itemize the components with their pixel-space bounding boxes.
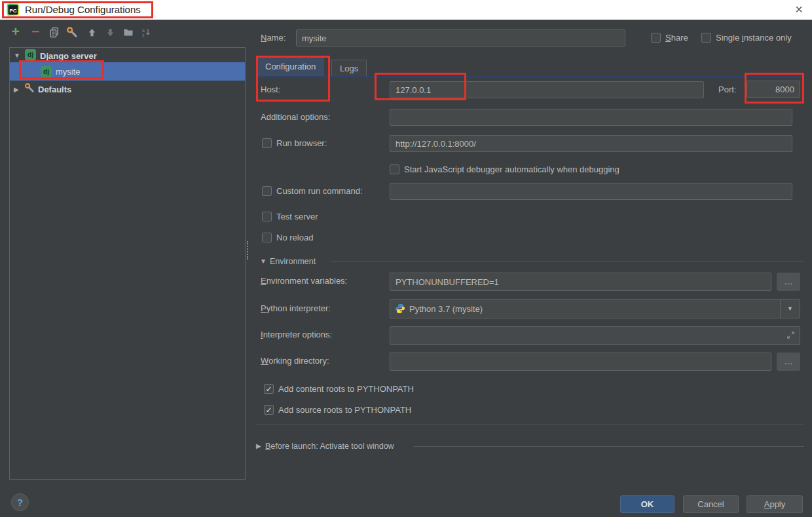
- help-button[interactable]: ?: [11, 493, 29, 511]
- js-debugger-label: Start JavaScript debugger automatically …: [404, 161, 619, 178]
- panel-splitter-handle[interactable]: [247, 241, 248, 259]
- remove-configuration-button[interactable]: −: [29, 25, 42, 38]
- run-debug-configurations-dialog: PC Run/Debug Configurations × + − az ▼ d…: [0, 0, 812, 517]
- interpreter-options-input[interactable]: [390, 326, 800, 345]
- close-icon[interactable]: ×: [790, 0, 808, 18]
- additional-options-input[interactable]: [390, 109, 792, 126]
- host-label: Host:: [261, 81, 280, 98]
- add-content-roots-label: Add content roots to PYTHONPATH: [278, 381, 414, 398]
- ok-button[interactable]: OK: [620, 495, 674, 513]
- name-input[interactable]: [296, 29, 625, 47]
- working-directory-input[interactable]: [390, 353, 771, 371]
- chevron-right-icon[interactable]: ▶: [14, 86, 19, 94]
- add-source-roots-label: Add source roots to PYTHONPATH: [278, 402, 411, 419]
- sort-az-icon: az: [141, 27, 151, 37]
- test-server-checkbox[interactable]: [262, 212, 272, 221]
- run-browser-url-input[interactable]: [390, 135, 792, 152]
- edit-defaults-button[interactable]: [65, 26, 79, 39]
- port-input[interactable]: [747, 81, 800, 98]
- wrench-icon: [66, 26, 78, 38]
- python-interpreter-value: Python 3.7 (mysite): [409, 304, 483, 314]
- run-browser-checkbox[interactable]: [262, 138, 272, 148]
- plus-icon: +: [12, 26, 20, 37]
- environment-variables-browse-button[interactable]: …: [777, 273, 800, 291]
- tab-underline: [255, 76, 804, 77]
- copy-configuration-button[interactable]: [48, 26, 61, 39]
- apply-button[interactable]: Apply: [747, 495, 803, 513]
- cancel-button[interactable]: Cancel: [683, 495, 739, 513]
- chevron-right-icon[interactable]: ▶: [256, 442, 261, 450]
- custom-run-input[interactable]: [390, 183, 792, 200]
- arrow-up-icon: [87, 28, 97, 37]
- django-icon: dj: [25, 49, 36, 60]
- tab-configuration[interactable]: Configuration: [257, 57, 324, 77]
- window-titlebar: PC Run/Debug Configurations ×: [0, 0, 812, 20]
- working-directory-label: Working directory:: [261, 353, 329, 370]
- section-divider: [331, 261, 804, 261]
- js-debugger-checkbox[interactable]: [390, 164, 399, 174]
- copy-icon: [49, 27, 60, 38]
- help-icon: ?: [17, 497, 23, 508]
- tree-item-mysite[interactable]: mysite: [56, 66, 81, 79]
- check-icon: ✓: [265, 385, 272, 393]
- add-source-roots-checkbox[interactable]: ✓: [264, 405, 274, 415]
- check-icon: ✓: [265, 406, 272, 414]
- move-up-button[interactable]: [85, 26, 98, 39]
- environment-variables-input[interactable]: [390, 273, 771, 291]
- pycharm-logo-icon: PC: [7, 3, 20, 16]
- share-checkbox[interactable]: [651, 33, 661, 43]
- interpreter-options-label: Interpreter options:: [261, 326, 332, 343]
- window-title: Run/Debug Configurations: [25, 0, 141, 20]
- django-icon: dj: [41, 66, 52, 77]
- environment-section-header[interactable]: Environment: [270, 256, 316, 267]
- tree-item-django-server[interactable]: Django server: [40, 50, 97, 63]
- sort-configurations-button[interactable]: az: [139, 26, 153, 39]
- content-divider: [255, 424, 804, 425]
- svg-text:z: z: [142, 33, 145, 37]
- tab-logs[interactable]: Logs: [331, 60, 367, 77]
- name-label: Name:: [261, 29, 286, 47]
- chevron-down-icon[interactable]: ▼: [260, 258, 267, 265]
- before-launch-header[interactable]: Before launch: Activate tool window: [265, 441, 394, 451]
- python-interpreter-label: Python interpreter:: [261, 300, 331, 317]
- single-instance-label: Single instance only: [716, 29, 792, 47]
- svg-text:a: a: [142, 28, 145, 33]
- arrow-down-icon: [105, 28, 115, 37]
- configurations-tree: [9, 47, 246, 480]
- working-directory-browse-button[interactable]: …: [777, 353, 800, 371]
- host-input[interactable]: [390, 81, 704, 98]
- section-divider: [414, 446, 804, 447]
- add-content-roots-checkbox[interactable]: ✓: [264, 384, 274, 394]
- test-server-label: Test server: [276, 208, 318, 225]
- chevron-down-icon[interactable]: ▼: [780, 299, 800, 318]
- run-browser-label: Run browser:: [276, 135, 327, 152]
- environment-variables-label: Environment variables:: [261, 273, 347, 290]
- wrench-icon: [24, 82, 35, 93]
- expand-field-icon[interactable]: [786, 330, 796, 342]
- minus-icon: −: [31, 26, 39, 37]
- port-label: Port:: [718, 81, 736, 98]
- no-reload-label: No reload: [276, 229, 313, 246]
- folder-icon: [123, 27, 134, 37]
- svg-text:PC: PC: [9, 8, 16, 14]
- python-interpreter-select[interactable]: Python 3.7 (mysite) ▼: [390, 299, 800, 318]
- chevron-down-icon[interactable]: ▼: [14, 52, 20, 60]
- create-folder-button[interactable]: [122, 26, 135, 39]
- add-configuration-button[interactable]: +: [9, 25, 22, 38]
- additional-options-label: Additional options:: [261, 109, 330, 126]
- custom-run-checkbox[interactable]: [262, 186, 272, 196]
- no-reload-checkbox[interactable]: [262, 233, 272, 242]
- move-down-button[interactable]: [103, 26, 117, 39]
- single-instance-checkbox[interactable]: [701, 33, 711, 43]
- share-label: Share: [665, 29, 688, 47]
- custom-run-label: Custom run command:: [276, 183, 363, 200]
- python-icon: [395, 303, 405, 314]
- tree-item-defaults[interactable]: Defaults: [38, 83, 71, 96]
